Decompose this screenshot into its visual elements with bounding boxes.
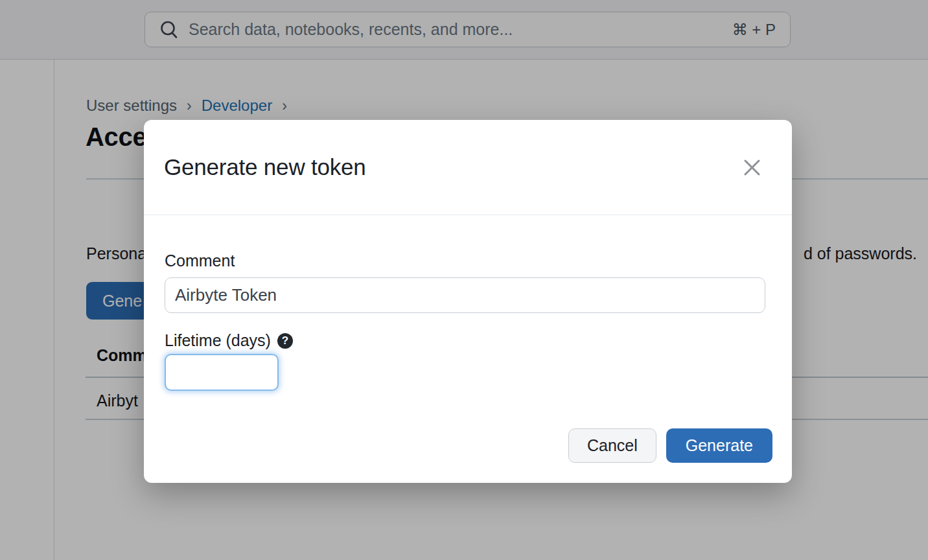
modal-title: Generate new token — [164, 154, 366, 180]
close-icon — [743, 158, 761, 177]
modal-header: Generate new token — [144, 120, 792, 215]
generate-button[interactable]: Generate — [666, 428, 772, 463]
lifetime-label-row: Lifetime (days) ? — [165, 331, 765, 350]
lifetime-label: Lifetime (days) — [165, 331, 271, 350]
lifetime-input[interactable] — [165, 354, 279, 391]
close-button[interactable] — [737, 153, 766, 181]
app-screen: ⌘ + P User settings › Developer › Acce P… — [0, 0, 928, 560]
modal-footer: Cancel Generate — [568, 428, 772, 463]
comment-input[interactable] — [165, 277, 765, 313]
generate-token-modal: Generate new token Comment Lifetime (day… — [144, 120, 792, 483]
comment-label: Comment — [165, 251, 765, 270]
cancel-button[interactable]: Cancel — [568, 428, 656, 463]
help-icon[interactable]: ? — [277, 333, 293, 349]
modal-body: Comment Lifetime (days) ? — [144, 215, 792, 391]
